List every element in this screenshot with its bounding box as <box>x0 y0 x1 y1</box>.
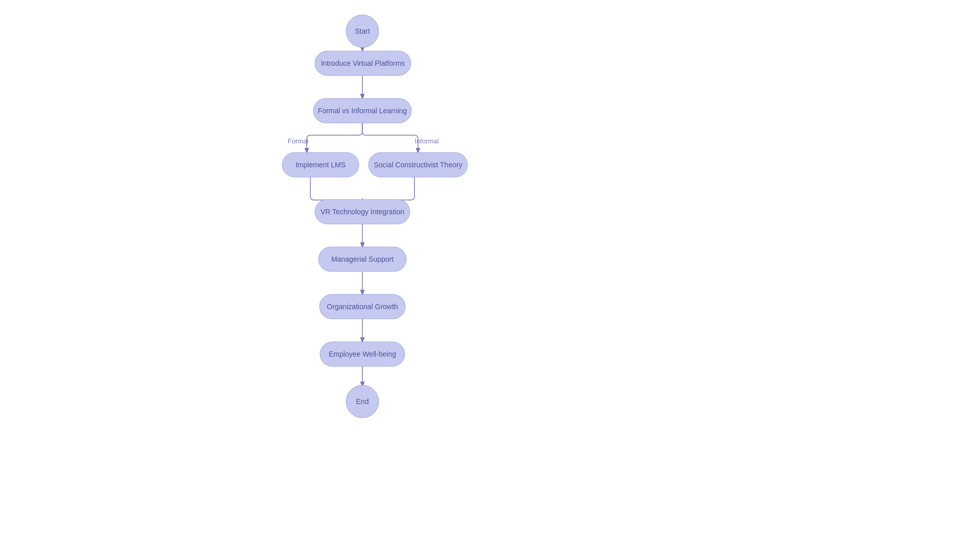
flowchart-container: Start Introduce Virtual Platforms Formal… <box>0 0 980 551</box>
node-implementlms-label: Implement LMS <box>296 161 346 169</box>
node-vr-label: VR Technology Integration <box>321 208 404 216</box>
node-employee-label: Employee Well-being <box>329 350 396 358</box>
arrow-branch-lms <box>307 123 362 153</box>
node-orggrowth-label: Organizational Growth <box>327 303 398 311</box>
flowchart-svg: Start Introduce Virtual Platforms Formal… <box>0 0 980 551</box>
label-informal: Informal <box>415 137 439 145</box>
node-start-label: Start <box>355 27 370 35</box>
node-social-label: Social Constructivist Theory <box>374 161 462 169</box>
arrow-branch-social <box>362 123 418 153</box>
node-managerial-label: Managerial Support <box>331 255 394 263</box>
node-end-label: End <box>356 397 369 406</box>
node-formalinformal-label: Formal vs Informal Learning <box>318 107 407 115</box>
label-formal: Formal <box>288 137 309 145</box>
node-introduce-label: Introduce Virtual Platforms <box>321 59 405 67</box>
